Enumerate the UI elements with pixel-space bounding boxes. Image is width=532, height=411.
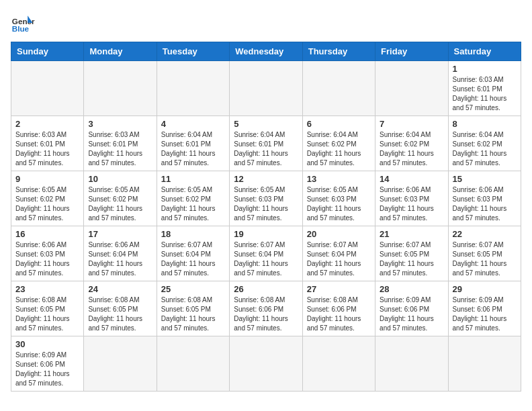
calendar-day-cell — [302, 61, 375, 116]
calendar-day-cell: 4Sunrise: 6:04 AMSunset: 6:01 PMDaylight… — [157, 116, 229, 171]
calendar-week-row: 1Sunrise: 6:03 AMSunset: 6:01 PMDaylight… — [11, 61, 521, 116]
day-info: Sunrise: 6:04 AMSunset: 6:01 PMDaylight:… — [234, 130, 298, 168]
calendar-day-cell: 24Sunrise: 6:08 AMSunset: 6:05 PMDayligh… — [84, 281, 157, 336]
day-number: 25 — [161, 284, 225, 294]
day-number: 18 — [161, 229, 225, 239]
day-number: 10 — [88, 174, 152, 184]
calendar-week-row: 2Sunrise: 6:03 AMSunset: 6:01 PMDaylight… — [11, 116, 521, 171]
calendar-day-cell: 14Sunrise: 6:06 AMSunset: 6:03 PMDayligh… — [375, 171, 448, 226]
calendar-day-cell: 21Sunrise: 6:07 AMSunset: 6:05 PMDayligh… — [375, 226, 448, 281]
day-number: 15 — [453, 174, 517, 184]
calendar-day-cell — [157, 336, 229, 392]
day-info: Sunrise: 6:05 AMSunset: 6:03 PMDaylight:… — [234, 185, 298, 223]
day-info: Sunrise: 6:06 AMSunset: 6:03 PMDaylight:… — [380, 185, 443, 223]
weekday-header: Friday — [375, 42, 448, 61]
day-number: 1 — [453, 64, 517, 74]
day-number: 24 — [88, 284, 152, 294]
calendar-header-row: SundayMondayTuesdayWednesdayThursdayFrid… — [11, 42, 521, 61]
weekday-header: Wednesday — [230, 42, 302, 61]
day-info: Sunrise: 6:05 AMSunset: 6:02 PMDaylight:… — [88, 185, 152, 223]
day-number: 8 — [453, 119, 517, 129]
weekday-header: Thursday — [302, 42, 375, 61]
day-info: Sunrise: 6:07 AMSunset: 6:04 PMDaylight:… — [234, 240, 298, 278]
day-number: 9 — [15, 174, 79, 184]
day-number: 23 — [15, 284, 79, 294]
weekday-header: Saturday — [448, 42, 521, 61]
calendar-day-cell: 7Sunrise: 6:04 AMSunset: 6:02 PMDaylight… — [375, 116, 448, 171]
calendar-day-cell — [375, 61, 448, 116]
day-info: Sunrise: 6:05 AMSunset: 6:02 PMDaylight:… — [161, 185, 225, 223]
day-number: 16 — [15, 229, 79, 239]
calendar-day-cell: 26Sunrise: 6:08 AMSunset: 6:06 PMDayligh… — [230, 281, 302, 336]
day-info: Sunrise: 6:07 AMSunset: 6:05 PMDaylight:… — [380, 240, 443, 278]
calendar-day-cell: 16Sunrise: 6:06 AMSunset: 6:03 PMDayligh… — [11, 226, 84, 281]
calendar-week-row: 30Sunrise: 6:09 AMSunset: 6:06 PMDayligh… — [11, 336, 521, 392]
calendar-day-cell: 23Sunrise: 6:08 AMSunset: 6:05 PMDayligh… — [11, 281, 84, 336]
calendar-day-cell: 29Sunrise: 6:09 AMSunset: 6:06 PMDayligh… — [448, 281, 521, 336]
day-info: Sunrise: 6:09 AMSunset: 6:06 PMDaylight:… — [380, 295, 443, 333]
day-info: Sunrise: 6:09 AMSunset: 6:06 PMDaylight:… — [15, 351, 79, 388]
calendar-day-cell: 2Sunrise: 6:03 AMSunset: 6:01 PMDaylight… — [11, 116, 84, 171]
calendar-day-cell: 5Sunrise: 6:04 AMSunset: 6:01 PMDaylight… — [230, 116, 302, 171]
day-number: 22 — [453, 229, 517, 239]
calendar-week-row: 16Sunrise: 6:06 AMSunset: 6:03 PMDayligh… — [11, 226, 521, 281]
calendar-day-cell: 17Sunrise: 6:06 AMSunset: 6:04 PMDayligh… — [84, 226, 157, 281]
day-info: Sunrise: 6:07 AMSunset: 6:05 PMDaylight:… — [453, 240, 517, 278]
weekday-header: Sunday — [11, 42, 84, 61]
day-number: 3 — [88, 119, 152, 129]
calendar-day-cell: 8Sunrise: 6:04 AMSunset: 6:02 PMDaylight… — [448, 116, 521, 171]
calendar-day-cell: 3Sunrise: 6:03 AMSunset: 6:01 PMDaylight… — [84, 116, 157, 171]
day-number: 26 — [234, 284, 298, 294]
day-info: Sunrise: 6:08 AMSunset: 6:05 PMDaylight:… — [161, 295, 225, 333]
day-info: Sunrise: 6:04 AMSunset: 6:02 PMDaylight:… — [307, 130, 371, 168]
weekday-header: Tuesday — [157, 42, 229, 61]
day-info: Sunrise: 6:03 AMSunset: 6:01 PMDaylight:… — [88, 130, 152, 168]
calendar-day-cell: 6Sunrise: 6:04 AMSunset: 6:02 PMDaylight… — [302, 116, 375, 171]
day-info: Sunrise: 6:06 AMSunset: 6:03 PMDaylight:… — [453, 185, 517, 223]
day-info: Sunrise: 6:08 AMSunset: 6:05 PMDaylight:… — [88, 295, 152, 333]
calendar-day-cell: 10Sunrise: 6:05 AMSunset: 6:02 PMDayligh… — [84, 171, 157, 226]
day-number: 6 — [307, 119, 371, 129]
day-number: 29 — [453, 284, 517, 294]
calendar-day-cell: 20Sunrise: 6:07 AMSunset: 6:04 PMDayligh… — [302, 226, 375, 281]
calendar-day-cell — [157, 61, 229, 116]
calendar-day-cell: 28Sunrise: 6:09 AMSunset: 6:06 PMDayligh… — [375, 281, 448, 336]
day-number: 19 — [234, 229, 298, 239]
day-number: 21 — [380, 229, 443, 239]
calendar-day-cell: 22Sunrise: 6:07 AMSunset: 6:05 PMDayligh… — [448, 226, 521, 281]
calendar-day-cell — [230, 336, 302, 392]
day-info: Sunrise: 6:08 AMSunset: 6:05 PMDaylight:… — [15, 295, 79, 333]
logo: General Blue — [11, 11, 35, 35]
day-number: 2 — [15, 119, 79, 129]
calendar-day-cell — [84, 336, 157, 392]
calendar-day-cell — [448, 336, 521, 392]
calendar-day-cell: 15Sunrise: 6:06 AMSunset: 6:03 PMDayligh… — [448, 171, 521, 226]
day-info: Sunrise: 6:09 AMSunset: 6:06 PMDaylight:… — [453, 295, 517, 333]
day-number: 11 — [161, 174, 225, 184]
calendar-day-cell — [302, 336, 375, 392]
day-info: Sunrise: 6:04 AMSunset: 6:02 PMDaylight:… — [453, 130, 517, 168]
calendar-week-row: 9Sunrise: 6:05 AMSunset: 6:02 PMDaylight… — [11, 171, 521, 226]
calendar-day-cell: 1Sunrise: 6:03 AMSunset: 6:01 PMDaylight… — [448, 61, 521, 116]
calendar-day-cell: 11Sunrise: 6:05 AMSunset: 6:02 PMDayligh… — [157, 171, 229, 226]
day-info: Sunrise: 6:05 AMSunset: 6:02 PMDaylight:… — [15, 185, 79, 223]
day-number: 12 — [234, 174, 298, 184]
weekday-header: Monday — [84, 42, 157, 61]
calendar-day-cell: 12Sunrise: 6:05 AMSunset: 6:03 PMDayligh… — [230, 171, 302, 226]
calendar-day-cell — [84, 61, 157, 116]
day-number: 27 — [307, 284, 371, 294]
day-info: Sunrise: 6:07 AMSunset: 6:04 PMDaylight:… — [161, 240, 225, 278]
day-info: Sunrise: 6:04 AMSunset: 6:02 PMDaylight:… — [380, 130, 443, 168]
day-number: 4 — [161, 119, 225, 129]
day-info: Sunrise: 6:03 AMSunset: 6:01 PMDaylight:… — [15, 130, 79, 168]
day-number: 7 — [380, 119, 443, 129]
logo-icon: General Blue — [11, 11, 35, 35]
day-info: Sunrise: 6:05 AMSunset: 6:03 PMDaylight:… — [307, 185, 371, 223]
calendar-day-cell: 30Sunrise: 6:09 AMSunset: 6:06 PMDayligh… — [11, 336, 84, 392]
day-info: Sunrise: 6:04 AMSunset: 6:01 PMDaylight:… — [161, 130, 225, 168]
calendar-day-cell: 13Sunrise: 6:05 AMSunset: 6:03 PMDayligh… — [302, 171, 375, 226]
page-header: General Blue — [11, 11, 521, 35]
day-number: 30 — [15, 339, 79, 349]
svg-text:Blue: Blue — [12, 24, 30, 33]
calendar-week-row: 23Sunrise: 6:08 AMSunset: 6:05 PMDayligh… — [11, 281, 521, 336]
